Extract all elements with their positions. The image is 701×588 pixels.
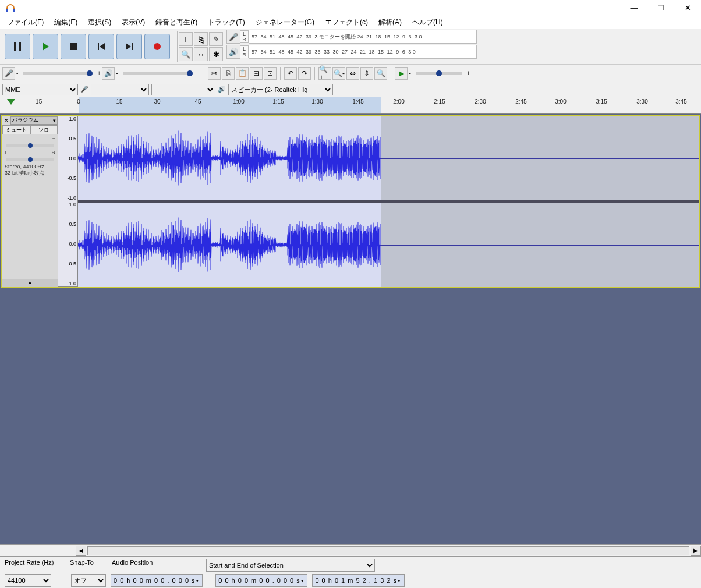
mic-volume-icon: 🎤 (2, 67, 15, 80)
skip-end-button[interactable] (116, 34, 142, 59)
menu-analyze[interactable]: 解析(A) (374, 16, 406, 29)
menu-effect[interactable]: エフェクト(c) (320, 16, 373, 29)
draw-tool[interactable]: ✎ (209, 32, 223, 46)
zoom-toggle-button[interactable]: 🔍 (374, 67, 387, 80)
play-button[interactable] (33, 34, 58, 59)
cut-button[interactable]: ✂ (208, 67, 221, 80)
audio-position-label: Audio Position (112, 559, 199, 572)
audio-position-field[interactable]: 0 0 h 0 0 m 0 0 . 0 0 0 s▾ (111, 574, 203, 587)
zoom-out-button[interactable]: 🔍- (332, 67, 345, 80)
menu-select[interactable]: 選択(S) (83, 16, 116, 29)
fit-selection-button[interactable]: ⇔ (346, 67, 359, 80)
audio-host-select[interactable]: MME (2, 84, 78, 95)
mute-button[interactable]: ミュート (2, 125, 30, 134)
app-logo-icon (3, 1, 17, 15)
tracks-area: ✕ パラジウム▾ ミュート ソロ -+ LR Stereo, 44100Hz 3… (0, 114, 701, 544)
track-name-dropdown[interactable]: パラジウム▾ (10, 116, 58, 125)
menu-edit[interactable]: 編集(E) (49, 16, 82, 29)
track-collapse-button[interactable]: ▲ (2, 279, 58, 287)
menu-help[interactable]: ヘルプ(H) (408, 16, 448, 29)
mic-icon[interactable]: 🎤 (226, 30, 240, 44)
snap-to-label: Snap-To (70, 559, 105, 572)
menu-record[interactable]: 録音と再生(r) (151, 16, 202, 29)
waveform-right-channel[interactable] (78, 203, 699, 287)
playback-meter[interactable]: -57 -54 -51 -48 -45 -42 -39 -36 -33 -30 … (249, 45, 477, 59)
track-close-button[interactable]: ✕ (2, 118, 10, 123)
timeshift-tool[interactable]: ↔ (194, 47, 208, 61)
silence-button[interactable]: ⊡ (264, 67, 277, 80)
timeline-tick: 15 (116, 98, 122, 105)
tools-toolbar: I ⧎ ✎ 🔍 ↔ ✱ (177, 31, 224, 62)
selection-start-field[interactable]: 0 0 h 0 0 m 0 0 . 0 0 0 s▾ (215, 574, 307, 587)
selection-tool[interactable]: I (179, 32, 193, 46)
solo-button[interactable]: ソロ (30, 125, 58, 134)
selection-toolbar: Project Rate (Hz) Snap-To Audio Position… (0, 556, 701, 588)
titlebar: ― ☐ ✕ (0, 0, 701, 16)
scroll-right-button[interactable]: ▶ (691, 546, 701, 556)
svg-marker-4 (43, 42, 49, 51)
skip-start-button[interactable] (88, 34, 114, 59)
track-pan-slider[interactable] (6, 158, 54, 161)
pause-button[interactable] (5, 34, 30, 59)
meter-rec-lr: LR (240, 30, 249, 43)
selection-mode-select[interactable]: Start and End of Selection (206, 559, 375, 572)
scroll-left-button[interactable]: ◀ (76, 546, 86, 556)
meter-play-lr: LR (240, 45, 249, 58)
timeline-tick: 0 (77, 98, 80, 105)
record-button[interactable] (144, 34, 170, 59)
menu-view[interactable]: 表示(V) (117, 16, 150, 29)
waveform-left-channel[interactable] (78, 116, 699, 203)
transport-toolbar (0, 29, 175, 64)
window-maximize-button[interactable]: ☐ (647, 0, 674, 16)
track-gain-slider[interactable] (6, 144, 54, 147)
timeline-tick: 1:45 (352, 98, 363, 105)
zoom-tool[interactable]: 🔍 (179, 47, 193, 61)
envelope-tool[interactable]: ⧎ (194, 32, 208, 46)
multi-tool[interactable]: ✱ (209, 47, 223, 61)
window-close-button[interactable]: ✕ (674, 0, 701, 16)
playback-device-select[interactable]: スピーカー (2- Realtek Hig (228, 84, 333, 95)
zoom-in-button[interactable]: 🔍+ (318, 67, 331, 80)
horizontal-scrollbar[interactable]: ◀ ▶ (0, 544, 701, 556)
paste-button[interactable]: 📋 (236, 67, 249, 80)
speaker-device-icon: 🔊 (218, 86, 226, 93)
speaker-icon[interactable]: 🔊 (226, 45, 240, 59)
timeline-selection (79, 97, 381, 113)
menubar: ファイル(F) 編集(E) 選択(S) 表示(V) 録音と再生(r) トラック(… (0, 16, 701, 29)
svg-rect-0 (6, 9, 8, 12)
undo-button[interactable]: ↶ (284, 67, 297, 80)
redo-button[interactable]: ↷ (298, 67, 311, 80)
playback-volume-slider[interactable] (123, 72, 193, 75)
fit-project-button[interactable]: ⇕ (360, 67, 373, 80)
recording-meter[interactable]: -57 -54 -51 -48 -45 -42 -39 -3 モニターを開始 2… (249, 30, 477, 44)
recording-channels-select[interactable] (151, 84, 215, 95)
project-rate-select[interactable]: 44100 (5, 574, 51, 587)
playhead-icon[interactable] (7, 99, 15, 105)
recording-device-select[interactable] (91, 84, 149, 95)
svg-marker-8 (126, 43, 131, 50)
menu-generate[interactable]: ジェネレーター(G) (251, 16, 319, 29)
speaker-volume-icon: 🔊 (102, 67, 115, 80)
timeline-tick: 1:00 (233, 98, 244, 105)
stop-button[interactable] (61, 34, 86, 59)
timeline-tick: 45 (194, 98, 201, 105)
play-speed-slider[interactable] (416, 72, 462, 75)
mic-device-icon: 🎤 (80, 86, 88, 93)
timeline-tick: 3:00 (555, 98, 566, 105)
track-control-panel: ✕ パラジウム▾ ミュート ソロ -+ LR Stereo, 44100Hz 3… (2, 116, 58, 287)
trim-button[interactable]: ⊟ (250, 67, 263, 80)
menu-file[interactable]: ファイル(F) (2, 16, 48, 29)
svg-rect-2 (14, 42, 16, 51)
svg-rect-3 (19, 42, 21, 51)
copy-button[interactable]: ⎘ (222, 67, 235, 80)
track-format-info: Stereo, 44100Hz 32-bit浮動小数点 (2, 162, 58, 178)
recording-volume-slider[interactable] (23, 72, 93, 75)
timeline-ruler[interactable]: -1501530451:001:151:301:452:002:152:302:… (0, 97, 701, 114)
window-minimize-button[interactable]: ― (621, 0, 647, 16)
snap-to-select[interactable]: オフ (71, 574, 106, 587)
play-at-speed-button[interactable]: ▶ (395, 67, 408, 80)
menu-track[interactable]: トラック(T) (203, 16, 249, 29)
svg-rect-1 (13, 9, 15, 12)
selection-end-field[interactable]: 0 0 h 0 1 m 5 2 . 1 3 2 s▾ (312, 574, 404, 587)
timeline-tick: -15 (34, 98, 42, 105)
